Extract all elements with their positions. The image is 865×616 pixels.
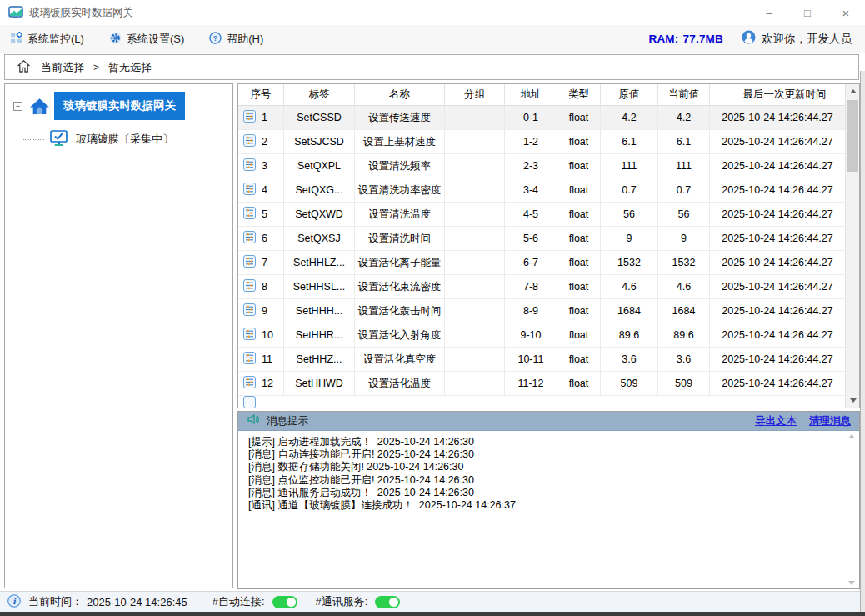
- message-line: [通讯] 通道【玻璃镀膜】连接成功！ 2025-10-24 14:26:37: [248, 499, 849, 512]
- scroll-down-arrow[interactable]: [846, 393, 860, 408]
- point-sliders-icon: [243, 255, 256, 270]
- menu-system-settings-label: 系统设置(S): [127, 32, 184, 47]
- column-header-orig[interactable]: 原值: [601, 84, 658, 105]
- cell-group: [445, 178, 505, 202]
- cell-name: 设置活化真空度: [355, 348, 445, 371]
- message-scroll-down-arrow[interactable]: [848, 581, 855, 585]
- cell-addr: 9-10: [505, 323, 558, 347]
- table-row[interactable]: 12 SetHHWD 设置活化温度 11-12 float 509 509 20…: [238, 372, 845, 396]
- close-button[interactable]: ×: [827, 0, 865, 25]
- cell-orig: 111: [601, 154, 658, 178]
- clear-messages-link[interactable]: 清理消息: [809, 414, 851, 428]
- cell-type: float: [558, 323, 601, 347]
- message-panel-header: 消息提示 导出文本 清理消息: [238, 412, 859, 431]
- auto-connect-label: #自动连接:: [212, 594, 265, 609]
- current-time-value: 2025-10-24 14:26:45: [87, 596, 188, 608]
- welcome-text: 欢迎你，开发人员: [762, 32, 852, 47]
- cell-curr: 1532: [658, 251, 710, 274]
- tree-node-root[interactable]: − 玻璃镀膜实时数据网关: [13, 92, 185, 120]
- export-text-link[interactable]: 导出文本: [755, 414, 797, 428]
- cell-addr: 0-1: [505, 106, 558, 129]
- auto-connect-toggle[interactable]: [272, 596, 298, 608]
- cell-group: [445, 106, 505, 129]
- point-sliders-icon: [243, 279, 256, 294]
- table-row[interactable]: 7 SetHHLZ... 设置活化离子能量 6-7 float 1532 153…: [238, 251, 845, 275]
- monitor-check-icon: [49, 128, 68, 150]
- cell-updated: 2025-10-24 14:26:44.27: [710, 348, 845, 371]
- table-row[interactable]: 8 SetHHSL... 设置活化束流密度 7-8 float 4.6 4.6 …: [238, 275, 845, 299]
- cell-addr: 5-6: [505, 227, 558, 250]
- cell-addr: 6-7: [505, 251, 558, 274]
- column-header-updated[interactable]: 最后一次更新时间: [710, 84, 859, 105]
- message-line: [提示] 启动进程加载完成！ 2025-10-24 14:26:30: [248, 436, 849, 448]
- minimize-button[interactable]: –: [750, 0, 788, 25]
- table-row[interactable]: 4 SetQXG... 设置清洗功率密度 3-4 float 0.7 0.7 2…: [238, 178, 845, 203]
- point-sliders-icon: [243, 183, 256, 198]
- point-sliders-icon: [243, 110, 256, 125]
- current-time-label: 当前时间：: [28, 594, 82, 609]
- cell-addr: 11-12: [505, 372, 558, 395]
- point-sliders-icon: [243, 303, 256, 318]
- cell-tag: SetHHH...: [284, 299, 355, 323]
- table-row[interactable]: 11 SetHHZ... 设置活化真空度 10-11 float 3.6 3.6…: [238, 348, 845, 372]
- column-header-group[interactable]: 分组: [445, 84, 505, 105]
- column-header-name[interactable]: 名称: [355, 84, 445, 105]
- menu-help[interactable]: ? 帮助(H): [209, 32, 263, 47]
- cell-updated: 2025-10-24 14:26:44.27: [710, 299, 845, 323]
- point-sliders-icon: [243, 158, 256, 173]
- table-rows: 1 SetCSSD 设置传送速度 0-1 float 4.2 4.2 2025-…: [238, 106, 845, 408]
- help-icon: ?: [209, 32, 222, 47]
- cell-addr: 7-8: [505, 275, 558, 298]
- window-title: 玻璃镀膜实时数据网关: [29, 6, 133, 20]
- cell-curr: 89.6: [658, 323, 710, 347]
- cell-orig: 3.6: [601, 348, 658, 371]
- cell-name: 设置活化入射角度: [355, 323, 445, 347]
- cell-curr: 111: [658, 154, 710, 178]
- tree-connector-vertical: [22, 122, 22, 139]
- column-header-no[interactable]: 序号: [238, 84, 284, 105]
- cell-curr: 509: [658, 372, 710, 395]
- breadcrumb-current: 暂无选择: [108, 60, 152, 75]
- cell-type: float: [558, 299, 601, 323]
- message-scroll-up-arrow[interactable]: [848, 434, 855, 438]
- column-header-curr[interactable]: 当前值: [658, 84, 710, 105]
- column-header-tag[interactable]: 标签: [284, 84, 355, 105]
- tree-root-label[interactable]: 玻璃镀膜实时数据网关: [54, 92, 185, 120]
- comm-service-label: #通讯服务:: [316, 594, 368, 609]
- cell-type: float: [558, 275, 601, 298]
- table-row-partial[interactable]: [238, 396, 845, 406]
- column-header-addr[interactable]: 地址: [505, 84, 558, 105]
- table-row[interactable]: 1 SetCSSD 设置传送速度 0-1 float 4.2 4.2 2025-…: [238, 106, 845, 130]
- scroll-thumb[interactable]: [848, 100, 858, 172]
- cell-no: 12: [262, 378, 273, 389]
- table-scrollbar[interactable]: [845, 84, 859, 408]
- tree-expander[interactable]: −: [13, 102, 22, 111]
- cell-no: 6: [262, 233, 268, 244]
- menu-system-settings[interactable]: 系统设置(S): [109, 32, 184, 47]
- table-row[interactable]: 3 SetQXPL 设置清洗频率 2-3 float 111 111 2025-…: [238, 154, 845, 178]
- table-row[interactable]: 6 SetQXSJ 设置清洗时间 5-6 float 9 9 2025-10-2…: [238, 227, 845, 251]
- taskbar-edge-strip: [0, 612, 865, 616]
- maximize-button[interactable]: □: [788, 0, 827, 25]
- scroll-up-arrow[interactable]: [846, 84, 860, 98]
- table-row[interactable]: 9 SetHHH... 设置活化轰击时间 8-9 float 1684 1684…: [238, 299, 845, 323]
- point-sliders-icon: [243, 207, 256, 222]
- cell-curr: 6.1: [658, 130, 710, 153]
- cell-addr: 10-11: [505, 348, 558, 371]
- comm-service-toggle[interactable]: [375, 596, 400, 608]
- cell-no: 3: [262, 160, 268, 172]
- cell-no: 1: [262, 112, 268, 123]
- table-row[interactable]: 5 SetQXWD 设置清洗温度 4-5 float 56 56 2025-10…: [238, 203, 845, 227]
- column-header-type[interactable]: 类型: [558, 84, 601, 105]
- message-line: [消息] 点位监控功能已开启! 2025-10-24 14:26:30: [248, 474, 849, 487]
- table-row[interactable]: 10 SetHHR... 设置活化入射角度 9-10 float 89.6 89…: [238, 323, 845, 348]
- cell-orig: 1532: [601, 251, 658, 274]
- cell-group: [445, 154, 505, 178]
- table-row[interactable]: 2 SetSJCSD 设置上基材速度 1-2 float 6.1 6.1 202…: [238, 130, 845, 154]
- cell-group: [445, 348, 505, 371]
- menu-system-monitor[interactable]: 系统监控(L): [10, 32, 84, 47]
- cell-updated: 2025-10-24 14:26:44.27: [710, 154, 845, 178]
- cell-group: [445, 323, 505, 347]
- tree-node-channel[interactable]: 玻璃镀膜〔采集中〕: [49, 128, 173, 150]
- message-list: [提示] 启动进程加载完成！ 2025-10-24 14:26:30[消息] 自…: [238, 431, 859, 588]
